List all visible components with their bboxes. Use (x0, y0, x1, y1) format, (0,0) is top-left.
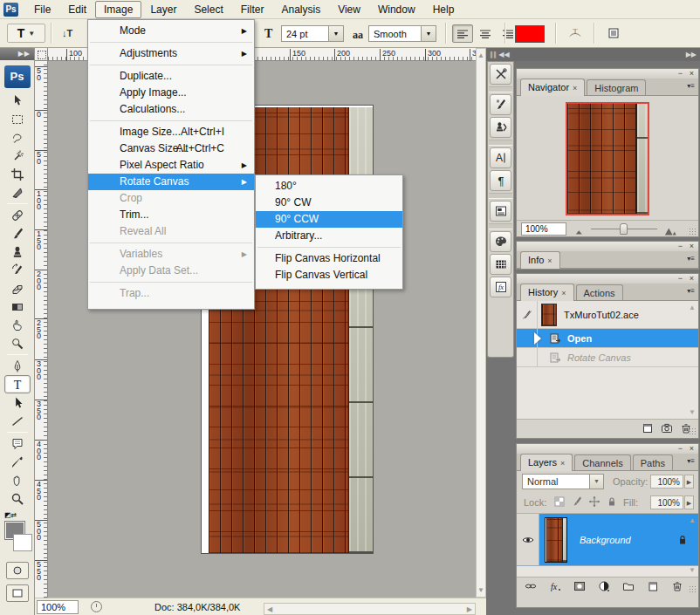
lock-transparency-icon[interactable] (552, 495, 567, 509)
layer-thumbnail[interactable] (545, 517, 567, 563)
layer-comps-button[interactable] (490, 201, 511, 222)
lock-paint-icon[interactable] (570, 495, 585, 509)
zoom-tool[interactable] (4, 489, 31, 508)
eraser-tool[interactable] (4, 279, 31, 297)
scroll-right-icon[interactable]: ▶ (467, 605, 472, 613)
menubar-item-window[interactable]: Window (369, 1, 424, 18)
scroll-up-icon[interactable]: ▲ (477, 51, 485, 59)
slider-thumb[interactable] (620, 223, 628, 235)
new-group-button[interactable] (620, 579, 637, 593)
chevron-down-icon[interactable]: ▼ (328, 26, 343, 41)
minimize-icon[interactable]: − (678, 70, 683, 78)
clone-source-button[interactable] (490, 117, 511, 138)
marquee-tool[interactable] (4, 110, 31, 128)
blend-mode-select[interactable]: Normal ▼ (522, 474, 604, 489)
menu-item-duplicate[interactable]: Duplicate... (88, 68, 254, 85)
close-icon[interactable]: × (690, 243, 694, 250)
history-brush-tool[interactable] (4, 261, 31, 279)
tab-info[interactable]: Info× (520, 251, 560, 269)
clone-stamp-tool[interactable] (4, 243, 31, 261)
menu-item-trap[interactable]: Trap... (88, 285, 254, 302)
current-state-marker[interactable] (534, 332, 541, 345)
tab-paths[interactable]: Paths (633, 454, 673, 470)
brushes-button[interactable] (490, 94, 511, 115)
color-button[interactable] (490, 231, 511, 252)
dodge-tool[interactable] (4, 334, 31, 352)
layer-visibility-toggle[interactable] (517, 514, 539, 565)
menu-item-apply-image[interactable]: Apply Image... (88, 85, 254, 101)
scroll-down-icon[interactable]: ▼ (689, 566, 696, 574)
paragraph-button[interactable]: ¶ (490, 170, 511, 191)
quick-mask-button[interactable] (6, 562, 29, 579)
resize-grip[interactable] (689, 228, 697, 236)
swatches-button[interactable] (490, 254, 511, 275)
brush-tool[interactable] (4, 224, 31, 243)
smudge-tool[interactable] (4, 316, 31, 334)
align-left-button[interactable] (452, 24, 473, 43)
align-center-button[interactable] (475, 24, 496, 43)
tab-actions[interactable]: Actions (576, 284, 623, 300)
text-orientation-button[interactable]: ↓T (56, 24, 79, 43)
resize-grip[interactable] (689, 585, 697, 593)
lock-all-icon[interactable] (605, 495, 620, 509)
timing-icon[interactable] (91, 601, 102, 612)
history-state-open[interactable]: Open (517, 329, 698, 348)
warp-text-button[interactable]: T (564, 24, 587, 43)
new-layer-button[interactable] (644, 579, 662, 593)
close-icon[interactable]: × (573, 84, 577, 92)
layer-style-button[interactable]: fx (546, 579, 564, 593)
menubar-item-edit[interactable]: Edit (59, 1, 95, 18)
pen-tool[interactable] (4, 357, 31, 375)
chevron-down-icon[interactable]: ▼ (589, 475, 603, 489)
layer-mask-button[interactable] (571, 579, 588, 593)
styles-button[interactable]: fx (490, 277, 511, 297)
lock-position-icon[interactable] (587, 495, 602, 509)
dock-handle-icon[interactable]: ∥∥ ◀◀ (490, 51, 510, 58)
eyedropper-tool[interactable] (4, 453, 31, 471)
slice-tool[interactable] (4, 183, 31, 202)
navigator-thumbnail[interactable] (566, 102, 649, 215)
panel-menu-icon[interactable]: ▾≡ (687, 457, 695, 465)
fill-field[interactable]: 100% (650, 495, 683, 509)
minimize-icon[interactable]: − (678, 243, 683, 250)
menubar-item-file[interactable]: File (25, 1, 59, 18)
submenu-item-arbitrary[interactable]: Arbitrary... (256, 228, 402, 244)
menubar-item-image[interactable]: Image (95, 1, 141, 18)
panel-menu-icon[interactable]: ▾≡ (687, 82, 695, 90)
vertical-scrollbar[interactable]: ▲ ▼ (476, 48, 486, 598)
fill-slider-arrow-icon[interactable]: ▶ (684, 495, 694, 509)
layer-name[interactable]: Background (580, 535, 676, 545)
tab-layers[interactable]: Layers× (520, 454, 573, 471)
scroll-up-icon[interactable]: ▲ (689, 516, 696, 524)
minimize-icon[interactable]: − (678, 275, 683, 283)
background-color-swatch[interactable] (13, 534, 32, 551)
adjustment-layer-button[interactable] (595, 579, 613, 593)
close-icon[interactable]: × (547, 256, 552, 265)
opacity-slider-arrow-icon[interactable]: ▶ (684, 475, 694, 489)
path-select-tool[interactable] (4, 393, 31, 412)
hand-tool[interactable] (4, 471, 31, 489)
close-icon[interactable]: × (690, 70, 694, 78)
scroll-down-icon[interactable]: ▼ (477, 586, 485, 594)
submenu-item-90-ccw[interactable]: 90° CCW (256, 211, 402, 228)
delete-layer-button[interactable] (669, 579, 686, 593)
gradient-tool[interactable] (4, 297, 31, 316)
submenu-item-90-cw[interactable]: 90° CW (256, 195, 402, 211)
healing-brush-tool[interactable] (4, 206, 31, 224)
close-icon[interactable]: × (560, 459, 565, 468)
screen-mode-button[interactable] (6, 584, 29, 602)
menubar-item-help[interactable]: Help (424, 1, 463, 18)
menu-item-variables[interactable]: Variables▶ (88, 246, 254, 263)
new-snapshot-button[interactable] (658, 421, 676, 435)
panel-menu-icon[interactable]: ▾≡ (687, 287, 695, 295)
delete-state-button[interactable] (677, 421, 695, 435)
chevron-down-icon[interactable]: ▼ (421, 26, 436, 41)
zoom-level-field[interactable]: 100% (37, 600, 79, 614)
tab-history[interactable]: History× (520, 284, 574, 301)
text-color-swatch[interactable] (515, 25, 545, 43)
notes-tool[interactable] (4, 434, 31, 453)
menu-item-mode[interactable]: Mode▶ (88, 23, 254, 39)
navigator-zoom-field[interactable]: 100% (521, 222, 566, 236)
history-source-checkbox[interactable] (517, 348, 538, 366)
menu-item-apply-data-set[interactable]: Apply Data Set... (88, 263, 254, 279)
